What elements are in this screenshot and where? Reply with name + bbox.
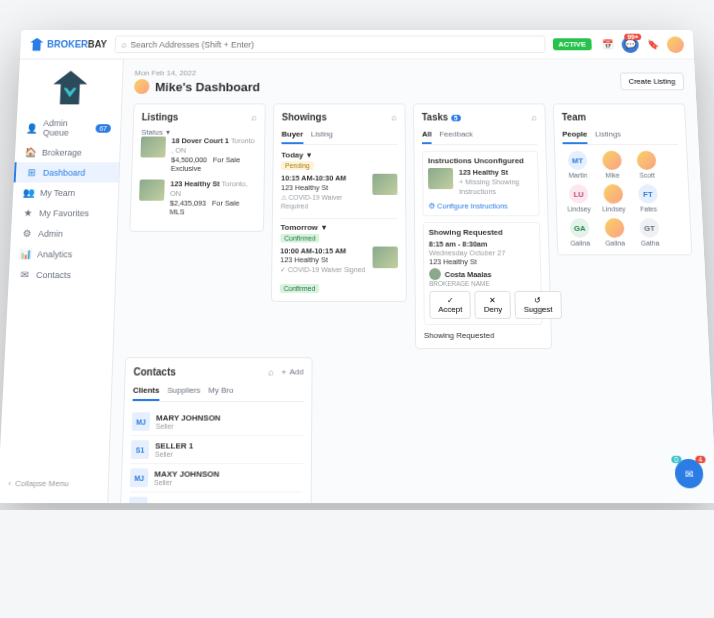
page-title: Mike's Dashboard (155, 80, 260, 94)
contact-initials: S1 (131, 440, 150, 459)
person-avatar: GA (570, 218, 590, 238)
search-icon[interactable] (531, 112, 537, 122)
person-avatar (603, 184, 623, 203)
sidebar-item-admin[interactable]: ⚙Admin (11, 223, 118, 244)
main: Mon Feb 14, 2022 Mike's Dashboard Create… (108, 60, 714, 503)
agenda-icon[interactable]: 📅 (599, 36, 617, 53)
team-person[interactable]: LULindsey (564, 184, 594, 212)
listings-card: Listings Status▾ 18 Dover Court 1 Toront… (129, 103, 265, 231)
avatar (134, 79, 150, 94)
card-title: Contacts (133, 367, 176, 378)
person-avatar (605, 218, 625, 238)
sidebar-item-contacts[interactable]: ✉Contacts (8, 264, 115, 285)
task-box-instructions: Instructions Unconfigured 123 Healthy St… (422, 151, 540, 217)
showings-tabs: Buyer Listing (281, 128, 397, 145)
brand-logo[interactable]: BROKERBAY (30, 38, 107, 51)
search-icon[interactable] (251, 112, 257, 122)
tab-clients[interactable]: Clients (133, 384, 160, 401)
listing-row[interactable]: 18 Dover Court 1 Toronto , ON$4,500,000 … (140, 137, 257, 174)
status-badge: ACTIVE (552, 38, 591, 50)
tab-listing[interactable]: Listing (311, 128, 333, 144)
card-title: Tasks5 (422, 112, 461, 122)
tab-all[interactable]: All (422, 128, 432, 144)
configure-link[interactable]: ⚙ Configure Instructions (428, 202, 533, 211)
tab-broker[interactable]: My Bro (208, 384, 233, 401)
nav: 👤Admin Queue67🏠Brokerage⊞Dashboard👥My Te… (0, 114, 121, 473)
confirmed-pill: Confirmed (280, 284, 319, 293)
avatar[interactable] (667, 36, 685, 53)
search-icon (121, 39, 127, 49)
team-person[interactable]: Scott (632, 151, 662, 179)
top-icons: 📅 💬99+ 🔖 (599, 36, 685, 53)
mail-count-right: 4 (695, 456, 705, 463)
org-logo (52, 71, 88, 105)
sidebar-item-my-team[interactable]: 👥My Team (13, 182, 119, 202)
tag-icon[interactable]: 🔖 (644, 36, 662, 53)
chevron-down-icon: ▾ (166, 128, 170, 137)
nav-icon: ★ (21, 208, 33, 219)
contact-initials: CS (129, 497, 148, 503)
collapse-menu[interactable]: ‹ Collapse Menu (0, 473, 108, 495)
thumbnail (373, 246, 398, 268)
tab-feedback[interactable]: Feedback (439, 128, 473, 144)
team-person[interactable]: GTGatha (634, 218, 664, 246)
nav-icon: 👥 (23, 187, 35, 198)
thumbnail (428, 168, 453, 189)
contact-row[interactable]: MJMAXY JOHNSONSeller (130, 464, 303, 492)
contact-row[interactable]: CSCOSTA SELLER (129, 493, 303, 503)
search-icon[interactable] (268, 367, 274, 378)
sidebar: 👤Admin Queue67🏠Brokerage⊞Dashboard👥My Te… (0, 60, 124, 503)
nav-icon: ⚙ (20, 228, 32, 239)
contact-initials: MJ (132, 413, 151, 432)
sidebar-item-my-favorites[interactable]: ★My Favorites (12, 203, 118, 223)
accept-button[interactable]: ✓ Accept (429, 291, 471, 319)
sidebar-item-analytics[interactable]: 📊Analytics (9, 244, 116, 265)
suggest-button[interactable]: ↺ Suggest (514, 291, 561, 319)
today-header[interactable]: Today▾ (281, 151, 397, 160)
body: 👤Admin Queue67🏠Brokerage⊞Dashboard👥My Te… (0, 60, 714, 503)
contacts-card: Contacts ＋Add Clients Suppliers My Bro M… (119, 357, 312, 503)
showing-row[interactable]: 10:15 AM-10:30 AM 123 Healthy St ⚠ COVID… (281, 174, 398, 210)
team-person[interactable]: Mike (597, 151, 627, 179)
team-person[interactable]: MTMartin (563, 151, 593, 179)
team-person[interactable]: Lindsey (598, 184, 628, 212)
tab-suppliers[interactable]: Suppliers (167, 384, 201, 401)
team-card: Team People Listings MTMartinMikeScottLU… (553, 103, 693, 255)
tomorrow-header[interactable]: Tomorrow▾ (280, 223, 397, 232)
create-listing-button[interactable]: Create Listing (620, 73, 685, 91)
team-person[interactable]: GAGalina (565, 218, 595, 246)
add-contact-button[interactable]: ＋Add (280, 367, 304, 378)
sidebar-item-brokerage[interactable]: 🏠Brokerage (15, 142, 120, 162)
tab-people[interactable]: People (562, 128, 588, 144)
team-person[interactable]: FTFates (633, 184, 663, 212)
deny-button[interactable]: ✕ Deny (475, 291, 511, 319)
tasks-count: 5 (451, 115, 461, 122)
search-container (114, 36, 545, 54)
sidebar-item-dashboard[interactable]: ⊞Dashboard (14, 162, 120, 182)
status-filter[interactable]: Status▾ (141, 128, 257, 137)
date: Mon Feb 14, 2022 (135, 69, 261, 77)
person-avatar: GT (639, 218, 659, 238)
person-avatar (602, 151, 622, 170)
search-icon[interactable] (391, 112, 397, 122)
person-avatar: FT (638, 184, 658, 203)
team-person[interactable]: Galina (600, 218, 630, 246)
search-input[interactable] (130, 40, 538, 49)
tab-buyer[interactable]: Buyer (281, 128, 303, 144)
thumbnail (140, 137, 166, 158)
contact-row[interactable]: MJMARY JOHNSONSeller (131, 408, 303, 436)
brand-icon (30, 38, 44, 51)
contact-initials: MJ (130, 469, 149, 488)
tab-listings[interactable]: Listings (595, 128, 622, 144)
listing-row[interactable]: 123 Healthy St Toronto, ON$2,435,093 For… (139, 180, 257, 218)
chat-icon[interactable]: 💬99+ (621, 36, 639, 53)
nav-icon: 🏠 (25, 147, 37, 157)
contact-row[interactable]: S1SELLER 1Seller (131, 436, 304, 464)
chevron-left-icon: ‹ (8, 479, 11, 488)
chevron-down-icon: ▾ (322, 223, 326, 232)
mail-fab[interactable]: ✉ 0 4 (674, 459, 703, 488)
card-title: Listings (142, 112, 179, 122)
sidebar-item-admin-queue[interactable]: 👤Admin Queue67 (16, 114, 121, 142)
task-box-request: Showing Requested 8:15 am - 8:30am Wedne… (423, 222, 543, 325)
showing-row[interactable]: 10:00 AM-10:15 AM 123 Healthy St ✓ COVID… (280, 246, 398, 274)
